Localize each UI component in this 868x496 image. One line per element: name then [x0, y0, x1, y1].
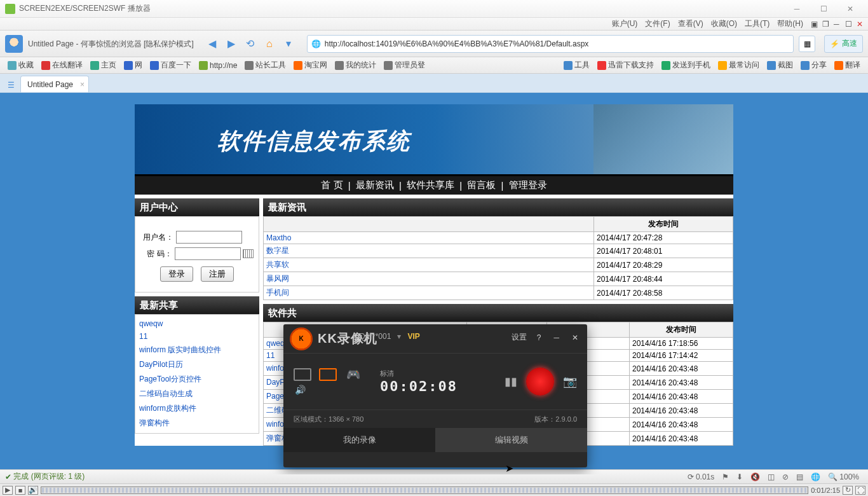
close-button[interactable]: ✕: [837, 2, 863, 16]
zoom-level[interactable]: 🔍 100%: [824, 472, 863, 481]
record-button[interactable]: [526, 368, 554, 396]
speed-mode-button[interactable]: ⚡ 高速: [824, 35, 863, 53]
bookmark-item[interactable]: 迅雷下载支持: [593, 60, 658, 71]
browser-max-button[interactable]: ☐: [841, 20, 853, 29]
nav-software[interactable]: 软件共享库: [404, 179, 457, 191]
status-split-icon[interactable]: ◫: [764, 472, 778, 481]
status-flag-icon[interactable]: ⚑: [718, 472, 733, 481]
user-avatar[interactable]: [5, 35, 23, 53]
news-link[interactable]: 数字星: [266, 246, 289, 255]
bookmark-item[interactable]: 工具: [560, 60, 593, 71]
menu-restore-icon[interactable]: ❐: [818, 20, 830, 29]
share-link[interactable]: PageTool分页控件: [139, 372, 255, 387]
maximize-button[interactable]: ☐: [811, 2, 836, 16]
bookmark-item[interactable]: 淘宝网: [290, 60, 331, 71]
share-link[interactable]: winform皮肤构件: [139, 401, 255, 416]
bookmark-item[interactable]: 百度一下: [146, 60, 195, 71]
status-book-icon[interactable]: ▤: [792, 472, 807, 481]
speaker-icon[interactable]: 🔊: [294, 385, 362, 395]
tab-untitled[interactable]: Untitled Page ×: [20, 76, 89, 92]
bookmark-icon: [124, 61, 133, 70]
volume-button[interactable]: 🔊: [28, 486, 38, 495]
status-mute-icon[interactable]: 🔇: [747, 472, 764, 481]
news-link[interactable]: 暴风网: [266, 274, 289, 283]
share-link[interactable]: 11: [139, 330, 255, 343]
menu-favorites[interactable]: 收藏(O): [707, 18, 741, 29]
kk-recorder-window[interactable]: K KK录像机 QQ8***001 ▾ VIP 设置 ? ─ ✕ 🎮 🔊: [283, 324, 587, 467]
recorder-account[interactable]: QQ8***001: [353, 332, 391, 341]
nav-news[interactable]: 最新资讯: [353, 179, 397, 191]
bookmark-item[interactable]: 收藏: [4, 60, 37, 71]
bookmark-item[interactable]: 分享: [797, 60, 831, 71]
username-input[interactable]: [176, 231, 242, 244]
screenshot-button[interactable]: 📷: [563, 375, 577, 389]
back-button[interactable]: ◀: [204, 36, 220, 52]
recorder-minimize-button[interactable]: ─: [551, 333, 562, 342]
gamepad-mode-icon[interactable]: 🎮: [344, 368, 362, 381]
edit-video-tab[interactable]: 编辑视频: [435, 428, 587, 452]
menu-help[interactable]: 帮助(H): [773, 18, 807, 29]
fullscreen-mode-icon[interactable]: [294, 368, 311, 381]
bookmark-item[interactable]: http://ne: [195, 60, 241, 71]
grid-icon[interactable]: ▦: [799, 36, 815, 52]
status-ad-icon[interactable]: ⊘: [778, 472, 792, 481]
bookmark-item[interactable]: 站长工具: [241, 60, 290, 71]
password-input[interactable]: [175, 247, 241, 260]
status-download-icon[interactable]: ⬇: [733, 472, 747, 481]
bookmark-item[interactable]: 我的统计: [331, 60, 380, 71]
menu-skin-icon[interactable]: ▣: [807, 20, 818, 29]
home-button[interactable]: ⌂: [261, 36, 278, 52]
status-globe-icon[interactable]: 🌐: [807, 472, 824, 481]
bookmark-item[interactable]: 网: [120, 60, 146, 71]
stop-button[interactable]: ⟲: [242, 36, 259, 52]
bookmark-item[interactable]: 最常访问: [714, 60, 763, 71]
bookmark-item[interactable]: 发送到手机: [658, 60, 714, 71]
bookmark-item[interactable]: 主页: [86, 60, 120, 71]
nav-home[interactable]: 首 页: [318, 179, 345, 191]
dropdown-icon[interactable]: ▾: [397, 332, 401, 341]
repeat-button[interactable]: ↻: [843, 486, 853, 495]
share-link[interactable]: 弹窗构件: [139, 416, 255, 431]
bookmark-item[interactable]: 截图: [763, 60, 797, 71]
menu-account[interactable]: 账户(U): [608, 18, 642, 29]
refresh-button[interactable]: ▾: [280, 36, 297, 52]
share-link[interactable]: winform 版实时曲线控件: [139, 343, 255, 357]
menu-tools[interactable]: 工具(T): [741, 18, 773, 29]
bookmark-item[interactable]: 翻译: [831, 60, 864, 71]
stop-button-player[interactable]: ■: [15, 486, 25, 495]
news-link[interactable]: Maxtho: [266, 233, 291, 242]
tab-close-icon[interactable]: ×: [80, 80, 85, 89]
news-link[interactable]: 共享软: [266, 260, 289, 269]
news-time: 2014/4/17 20:48:58: [594, 286, 733, 300]
browser-close-button[interactable]: ✕: [853, 20, 864, 29]
recorder-close-button[interactable]: ✕: [569, 333, 581, 342]
my-recordings-tab[interactable]: 我的录像: [283, 428, 435, 452]
forward-button[interactable]: ▶: [223, 36, 240, 52]
progress-bar[interactable]: [41, 486, 808, 494]
nav-guestbook[interactable]: 留言板: [465, 179, 498, 191]
share-link[interactable]: qweqw: [139, 317, 255, 330]
region-mode-icon[interactable]: [319, 368, 337, 381]
soft-link[interactable]: 11: [266, 351, 275, 360]
share-link[interactable]: DayPilot日历: [139, 357, 255, 372]
virtual-keyboard-icon[interactable]: [243, 249, 254, 258]
recorder-settings[interactable]: 设置: [512, 332, 527, 343]
login-button[interactable]: 登录: [160, 266, 193, 282]
bookmark-item[interactable]: 管理员登: [380, 60, 429, 71]
fullscreen-button[interactable]: ⛶: [855, 486, 865, 495]
register-button[interactable]: 注册: [201, 266, 234, 282]
bookmark-item[interactable]: 在线翻译: [37, 60, 86, 71]
browser-min-button[interactable]: ─: [830, 20, 841, 29]
pause-button[interactable]: ▮▮: [505, 375, 517, 389]
minimize-button[interactable]: ─: [784, 2, 810, 16]
nav-admin[interactable]: 管理登录: [506, 179, 550, 191]
table-row: Maxtho2014/4/17 20:47:28: [264, 232, 733, 244]
news-link[interactable]: 手机间: [266, 288, 289, 297]
play-button[interactable]: ▶: [3, 486, 13, 495]
menu-view[interactable]: 查看(V): [674, 18, 707, 29]
share-link[interactable]: 二维码自动生成: [139, 387, 255, 401]
tab-list-button[interactable]: ☰: [4, 78, 18, 92]
menu-file[interactable]: 文件(F): [641, 18, 674, 29]
address-bar[interactable]: 🌐 http://localhost:14019/%E6%BA%90%E4%BB…: [307, 35, 794, 53]
recorder-help-icon[interactable]: ?: [534, 333, 544, 342]
